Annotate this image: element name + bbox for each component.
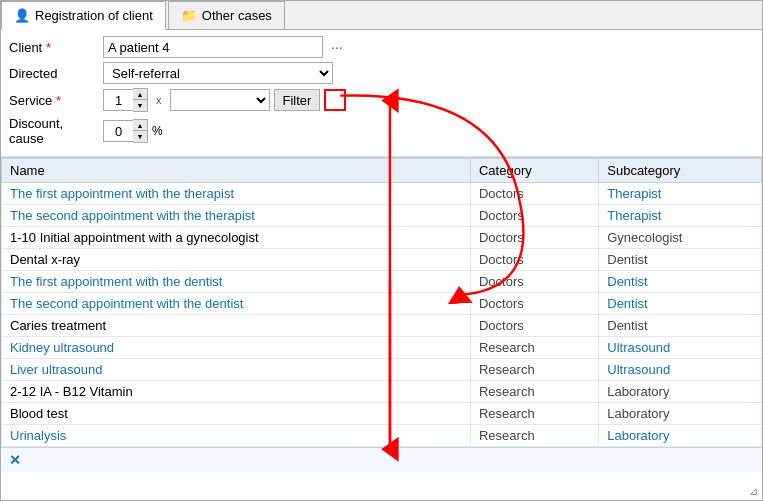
table-cell-subcategory: Dentist (599, 271, 762, 293)
table-row: Kidney ultrasoundResearchUltrasound (2, 337, 762, 359)
table-row: Dental x-rayDoctorsDentist (2, 249, 762, 271)
table-row: Caries treatmentDoctorsDentist (2, 315, 762, 337)
table-cell-name[interactable]: Urinalysis (2, 425, 471, 447)
table-cell-name[interactable]: Kidney ultrasound (2, 337, 471, 359)
table-cell-name[interactable]: The second appointment with the dentist (2, 293, 471, 315)
service-spin-down[interactable]: ▼ (133, 100, 147, 111)
client-dots-button[interactable]: ··· (327, 39, 347, 55)
service-label: Service * (9, 93, 99, 108)
discount-row: Discount, cause ▲ ▼ % (9, 116, 754, 146)
form-area: Client * ··· Directed Self-referral Serv… (1, 30, 762, 157)
table-cell-subcategory: Gynecologist (599, 227, 762, 249)
table-row: The second appointment with the dentistD… (2, 293, 762, 315)
discount-spin-down[interactable]: ▼ (133, 131, 147, 142)
table-cell-subcategory: Dentist (599, 315, 762, 337)
service-number-input[interactable] (103, 89, 133, 111)
table-row: The first appointment with the therapist… (2, 183, 762, 205)
table-cell-category: Research (470, 337, 598, 359)
bottom-row: ✕ (1, 447, 762, 472)
table-cell-subcategory: Dentist (599, 249, 762, 271)
table-row: 1-10 Initial appointment with a gynecolo… (2, 227, 762, 249)
table-row: 2-12 IA - B12 VitaminResearchLaboratory (2, 381, 762, 403)
table-row: The first appointment with the dentistDo… (2, 271, 762, 293)
table-cell-name: 1-10 Initial appointment with a gynecolo… (2, 227, 471, 249)
client-input[interactable] (103, 36, 323, 58)
service-table: Name Category Subcategory The first appo… (1, 158, 762, 447)
table-cell-category: Research (470, 403, 598, 425)
col-subcategory: Subcategory (599, 159, 762, 183)
table-cell-name[interactable]: The first appointment with the dentist (2, 271, 471, 293)
person-icon: 👤 (14, 8, 30, 23)
tab-other-cases-label: Other cases (202, 8, 272, 23)
table-cell-category: Doctors (470, 293, 598, 315)
service-row: Service * ▲ ▼ x Filter (9, 88, 754, 112)
client-row: Client * ··· (9, 36, 754, 58)
table-cell-category: Doctors (470, 249, 598, 271)
service-dropdown[interactable] (170, 89, 270, 111)
table-row: Blood testResearchLaboratory (2, 403, 762, 425)
percent-symbol: % (152, 124, 163, 138)
table-cell-subcategory: Laboratory (599, 381, 762, 403)
table-cell-category: Research (470, 381, 598, 403)
table-cell-subcategory: Laboratory (599, 425, 762, 447)
table-cell-subcategory: Ultrasound (599, 337, 762, 359)
tab-registration-label: Registration of client (35, 8, 153, 23)
discount-spinner: ▲ ▼ (103, 119, 148, 143)
filter-box-indicator (324, 89, 346, 111)
directed-label: Directed (9, 66, 99, 81)
service-spinner: ▲ ▼ (103, 88, 148, 112)
table-cell-name: Dental x-ray (2, 249, 471, 271)
table-cell-category: Doctors (470, 315, 598, 337)
discount-spin-up[interactable]: ▲ (133, 120, 147, 131)
service-table-container: Name Category Subcategory The first appo… (1, 157, 762, 500)
table-cell-subcategory: Therapist (599, 205, 762, 227)
discount-input[interactable] (103, 120, 133, 142)
tab-other-cases[interactable]: 📁 Other cases (168, 1, 285, 29)
directed-row: Directed Self-referral (9, 62, 754, 84)
service-spin-up[interactable]: ▲ (133, 89, 147, 100)
tab-registration[interactable]: 👤 Registration of client (1, 1, 166, 30)
folder-icon: 📁 (181, 8, 197, 23)
col-category: Category (470, 159, 598, 183)
col-name: Name (2, 159, 471, 183)
table-cell-subcategory: Laboratory (599, 403, 762, 425)
discount-label: Discount, cause (9, 116, 99, 146)
table-cell-name: Blood test (2, 403, 471, 425)
client-label: Client * (9, 40, 99, 55)
tab-bar: 👤 Registration of client 📁 Other cases (1, 1, 762, 30)
table-cell-category: Research (470, 425, 598, 447)
table-cell-category: Doctors (470, 183, 598, 205)
table-cell-name[interactable]: The first appointment with the therapist (2, 183, 471, 205)
main-window: 👤 Registration of client 📁 Other cases C… (0, 0, 763, 501)
service-x-label: x (152, 92, 166, 108)
table-cell-category: Doctors (470, 205, 598, 227)
resize-handle[interactable]: ⊿ (749, 485, 758, 498)
table-cell-name: Caries treatment (2, 315, 471, 337)
table-cell-subcategory: Ultrasound (599, 359, 762, 381)
filter-button[interactable]: Filter (274, 89, 321, 111)
table-row: Liver ultrasoundResearchUltrasound (2, 359, 762, 381)
x-button[interactable]: ✕ (9, 452, 21, 468)
table-row: UrinalysisResearchLaboratory (2, 425, 762, 447)
table-cell-category: Doctors (470, 271, 598, 293)
table-cell-category: Doctors (470, 227, 598, 249)
table-cell-name[interactable]: Liver ultrasound (2, 359, 471, 381)
table-cell-name[interactable]: The second appointment with the therapis… (2, 205, 471, 227)
table-header-row: Name Category Subcategory (2, 159, 762, 183)
table-cell-name: 2-12 IA - B12 Vitamin (2, 381, 471, 403)
table-row: The second appointment with the therapis… (2, 205, 762, 227)
table-cell-subcategory: Dentist (599, 293, 762, 315)
table-cell-category: Research (470, 359, 598, 381)
table-cell-subcategory: Therapist (599, 183, 762, 205)
directed-select[interactable]: Self-referral (103, 62, 333, 84)
